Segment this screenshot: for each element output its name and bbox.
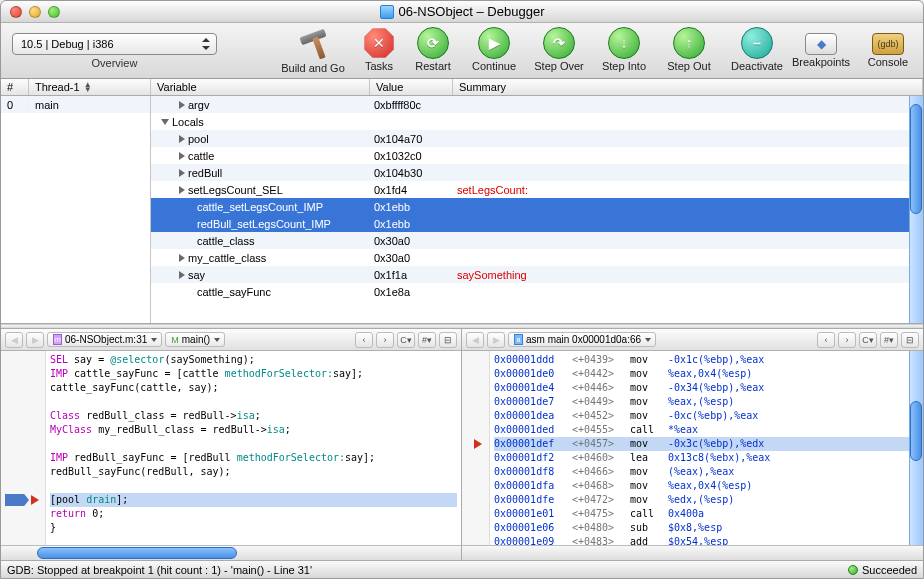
col-summary[interactable]: Summary [453,79,923,95]
nav-aux-1[interactable]: ‹ [355,332,373,348]
asm-row[interactable]: 0x00001def<+0457>mov-0x3c(%ebp),%edx [494,437,919,451]
thread-list[interactable]: 0 main [1,96,151,323]
source-hscroll[interactable] [1,545,461,560]
toolbar: 10.5 | Debug | i386 Overview Build and G… [1,23,923,79]
back-button[interactable]: ◀ [5,332,23,348]
asm-row[interactable]: 0x00001dfe<+0472>mov%edx,(%esp) [494,493,919,507]
variable-row[interactable]: cattle_sayFunc0x1e8a [151,283,923,300]
pc-arrow-icon [31,495,39,505]
asm-gutter[interactable] [462,351,490,545]
variable-row[interactable]: cattle_setLegsCount_IMP0x1ebb [151,198,923,215]
source-gutter[interactable] [1,351,46,545]
nav-aux-c[interactable]: C▾ [397,332,415,348]
titlebar: 06-NSObject – Debugger [1,1,923,23]
asm-aux-1[interactable]: ‹ [817,332,835,348]
source-editor[interactable]: SEL say = @selector(saySomething);IMP ca… [46,351,461,545]
col-value[interactable]: Value [370,79,453,95]
variables-tree[interactable]: argv0xbffff80cLocalspool0x104a70cattle0x… [151,96,923,323]
asm-row[interactable]: 0x00001e09<+0483>add$0x54,%esp [494,535,919,545]
asm-aux-split[interactable]: ⊟ [901,332,919,348]
func-crumb[interactable]: Mmain() [165,332,225,347]
asm-back-button[interactable]: ◀ [466,332,484,348]
asm-row[interactable]: 0x00001dea<+0452>mov-0xc(%ebp),%eax [494,409,919,423]
status-text: GDB: Stopped at breakpoint 1 (hit count … [7,564,312,576]
col-variable[interactable]: Variable [151,79,370,95]
deactivate-button[interactable]: – [741,27,773,59]
overview-label: Overview [92,57,138,69]
step-into-button[interactable]: ↓ [608,27,640,59]
asm-aux-2[interactable]: › [838,332,856,348]
thread-idx: 0 [1,99,29,111]
console-button[interactable]: (gdb) [872,33,904,55]
step-out-button[interactable]: ↑ [673,27,705,59]
breakpoint-marker[interactable] [5,494,29,506]
asm-forward-button[interactable]: ▶ [487,332,505,348]
variable-row[interactable]: cattle0x1032c0 [151,147,923,164]
asm-row[interactable]: 0x00001de0<+0442>mov%eax,0x4(%esp) [494,367,919,381]
status-right: Succeeded [862,564,917,576]
variable-row[interactable]: redBull_setLegsCount_IMP0x1ebb [151,215,923,232]
continue-button[interactable]: ▶ [478,27,510,59]
breakpoints-button[interactable]: ◆ [805,33,837,55]
asm-row[interactable]: 0x00001ddd<+0439>mov-0x1c(%ebp),%eax [494,353,919,367]
thread-name: main [29,99,59,111]
variable-row[interactable]: Locals [151,113,923,130]
asm-view[interactable]: 0x00001ddd<+0439>mov-0x1c(%ebp),%eax0x00… [490,351,923,545]
variable-row[interactable]: say0x1f1asaySomething [151,266,923,283]
variable-row[interactable]: cattle_class0x30a0 [151,232,923,249]
forward-button[interactable]: ▶ [26,332,44,348]
variable-row[interactable]: pool0x104a70 [151,130,923,147]
asm-row[interactable]: 0x00001ded<+0455>call*%eax [494,423,919,437]
source-nav-bar: ◀ ▶ m06-NSObject.m:31 Mmain() ‹ › C▾ #▾ … [1,329,461,351]
asm-row[interactable]: 0x00001df2<+0460>lea0x13c8(%ebx),%eax [494,451,919,465]
tasks-button[interactable]: ✕ [363,27,395,59]
asm-file-crumb[interactable]: aasm main 0x00001d0a:66 [508,332,656,347]
build-and-go-label: Build and Go [281,62,345,74]
variables-header: # Thread-1▲▼ Variable Value Summary [1,79,923,96]
variables-scrollbar[interactable] [909,96,923,323]
asm-aux-c[interactable]: C▾ [859,332,877,348]
variable-row[interactable]: argv0xbffff80c [151,96,923,113]
nav-aux-2[interactable]: › [376,332,394,348]
asm-row[interactable]: 0x00001df8<+0466>mov(%eax),%eax [494,465,919,479]
asm-row[interactable]: 0x00001de7<+0449>mov%eax,(%esp) [494,395,919,409]
restart-button[interactable]: ⟳ [417,27,449,59]
file-icon [380,5,394,19]
asm-row[interactable]: 0x00001e06<+0480>sub$0x8,%esp [494,521,919,535]
variable-row[interactable]: redBull0x104b30 [151,164,923,181]
variable-row[interactable]: my_cattle_class0x30a0 [151,249,923,266]
col-thread[interactable]: Thread-1▲▼ [29,79,151,95]
asm-pc-arrow-icon [474,439,482,449]
col-index[interactable]: # [1,79,29,95]
overview-select[interactable]: 10.5 | Debug | i386 [12,33,217,55]
asm-hscroll[interactable] [462,545,923,560]
asm-scrollbar[interactable] [909,351,923,545]
asm-nav-bar: ◀ ▶ aasm main 0x00001d0a:66 ‹ › C▾ #▾ ⊟ [462,329,923,351]
file-crumb[interactable]: m06-NSObject.m:31 [47,332,162,347]
build-and-go-icon[interactable] [296,27,330,61]
variable-row[interactable]: setLegsCount_SEL0x1fd4setLegsCount: [151,181,923,198]
step-over-button[interactable]: ↷ [543,27,575,59]
asm-row[interactable]: 0x00001de4<+0446>mov-0x34(%ebp),%eax [494,381,919,395]
window-title: 06-NSObject – Debugger [399,4,545,19]
nav-aux-hash[interactable]: #▾ [418,332,436,348]
status-bar: GDB: Stopped at breakpoint 1 (hit count … [1,560,923,578]
nav-aux-split[interactable]: ⊟ [439,332,457,348]
asm-row[interactable]: 0x00001e01<+0475>call0x400a [494,507,919,521]
asm-aux-hash[interactable]: #▾ [880,332,898,348]
success-icon [848,565,858,575]
asm-row[interactable]: 0x00001dfa<+0468>mov%eax,0x4(%esp) [494,479,919,493]
